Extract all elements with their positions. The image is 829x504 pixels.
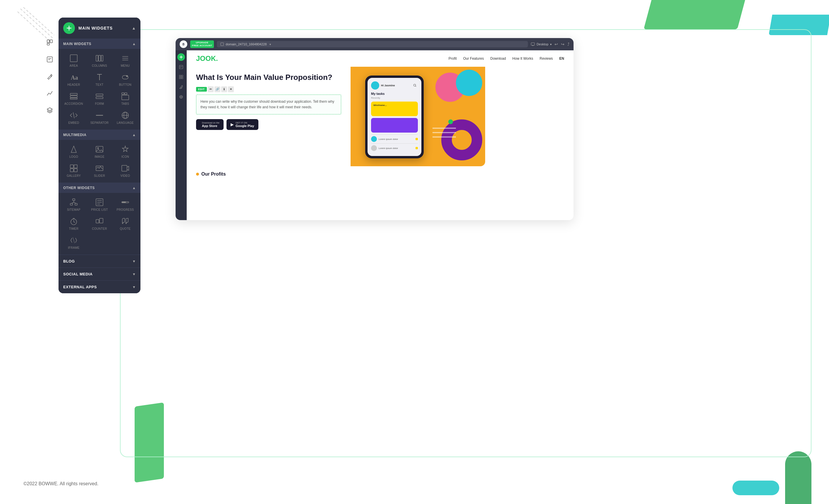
sidebar-icon-layers[interactable] <box>44 105 55 116</box>
widget-area[interactable]: AREA <box>61 51 86 70</box>
widget-counter-label: COUNTER <box>92 227 107 230</box>
sidebar-icon-pages[interactable] <box>44 37 55 48</box>
url-dropdown-icon[interactable]: ▾ <box>269 43 271 46</box>
main-widgets-header[interactable]: MAIN WIDGETS ▲ <box>59 39 140 49</box>
svg-line-51 <box>74 202 76 204</box>
svg-rect-48 <box>75 204 77 205</box>
nav-profit[interactable]: Profit <box>448 57 457 61</box>
nav-features[interactable]: Our Features <box>463 57 484 61</box>
nav-download[interactable]: Download <box>490 57 506 61</box>
widget-language[interactable]: LANGUAGE <box>112 108 138 127</box>
svg-rect-13 <box>96 55 98 61</box>
widget-header[interactable]: Aa HEADER <box>61 70 86 89</box>
widget-image[interactable]: IMAGE <box>86 142 112 161</box>
widget-gallery[interactable]: GALLERY <box>61 161 86 180</box>
nav-lang[interactable]: EN <box>559 57 564 61</box>
widget-columns[interactable]: COLUMNS <box>86 51 112 70</box>
svg-rect-45 <box>122 166 127 171</box>
widget-quote[interactable]: QUOTE <box>112 214 138 233</box>
undo-icon[interactable]: ↩ <box>554 42 558 46</box>
blog-toggle[interactable]: ▼ <box>132 259 136 263</box>
sidebar-icon-chart[interactable] <box>44 88 55 99</box>
svg-rect-12 <box>70 55 77 62</box>
widget-pricelist[interactable]: PRICE LIST <box>86 195 112 214</box>
widget-quote-label: QUOTE <box>120 227 131 230</box>
widget-sitemap[interactable]: SITEMAP <box>61 195 86 214</box>
multimedia-header[interactable]: MULTIMEDIA ▲ <box>59 130 140 140</box>
widget-slider[interactable]: SLIDER <box>86 161 112 180</box>
widget-video-label: VIDEO <box>120 174 130 177</box>
view-toggle-icon[interactable] <box>177 93 185 101</box>
svg-rect-5 <box>47 43 49 45</box>
other-widgets-toggle[interactable]: ▲ <box>132 186 136 190</box>
other-widgets-grid: SITEMAP PRICE LIST PROGRESS TIMER COUNTE… <box>59 193 140 255</box>
link-tool-btn[interactable]: 🔗 <box>215 86 220 92</box>
layout-icon[interactable] <box>177 73 185 81</box>
sidebar-collapse-btn[interactable]: ▲ <box>132 26 136 30</box>
social-media-section[interactable]: SOCIAL MEDIA ▼ <box>59 267 140 280</box>
main-widgets-toggle[interactable]: ▲ <box>132 42 136 46</box>
svg-point-23 <box>126 75 128 77</box>
widget-iframe[interactable]: IFRAME <box>61 233 86 252</box>
widget-tabs[interactable]: TABS <box>112 89 138 108</box>
widget-text[interactable]: TEXT <box>86 70 112 89</box>
sidebar-icon-pen[interactable] <box>44 71 55 82</box>
pen-tool-icon[interactable] <box>177 83 185 91</box>
widget-embed[interactable]: EMBED <box>61 108 86 127</box>
redo-icon[interactable]: ↪ <box>561 42 565 46</box>
add-widget-button[interactable] <box>63 22 75 34</box>
sidebar-icon-edit[interactable] <box>44 54 55 65</box>
share-icon[interactable]: ⤴ <box>567 42 570 46</box>
widget-sitemap-label: SITEMAP <box>67 208 80 211</box>
widget-progress[interactable]: PROGRESS <box>112 195 138 214</box>
playstore-btn[interactable]: ▶ GET IT ON Google Play <box>226 119 258 130</box>
add-section-btn[interactable] <box>177 53 185 61</box>
svg-rect-24 <box>70 94 77 95</box>
phone-screen: Hi Jasmine My tasks Recently Wireframe..… <box>367 78 421 156</box>
phone-search-icon[interactable] <box>412 82 418 88</box>
widget-menu[interactable]: MENU <box>112 51 138 70</box>
external-apps-section[interactable]: EXTERNAL APPS ▼ <box>59 280 140 293</box>
multimedia-label: MULTIMEDIA <box>63 133 86 137</box>
upgrade-badge[interactable]: UPGRADE FREE ACCOUNT <box>190 40 214 48</box>
widget-image-label: IMAGE <box>95 155 105 158</box>
svg-rect-76 <box>179 77 181 79</box>
widget-tabs-label: TABS <box>121 102 129 105</box>
widget-video[interactable]: VIDEO <box>112 161 138 180</box>
info-tool-btn[interactable]: ℹ <box>221 86 227 92</box>
widget-icon[interactable]: ICON <box>112 142 138 161</box>
widget-timer[interactable]: TIMER <box>61 214 86 233</box>
url-bar[interactable]: domain_24710_1664804228 ▾ <box>217 41 528 47</box>
edit-toolbar: EDIT ✏ 🔗 ℹ ✕ <box>196 86 341 92</box>
phone-mockup: Hi Jasmine My tasks Recently Wireframe..… <box>365 75 424 158</box>
external-apps-label: EXTERNAL APPS <box>63 285 97 289</box>
svg-line-60 <box>74 222 75 222</box>
device-selector[interactable]: Desktop ▾ <box>531 42 551 46</box>
svg-rect-27 <box>96 94 103 96</box>
svg-rect-46 <box>73 199 75 201</box>
hero-text-box[interactable]: Here you can write why the customer shou… <box>196 95 341 114</box>
svg-rect-57 <box>122 202 126 203</box>
widget-logo[interactable]: LOGO <box>61 142 86 161</box>
nav-reviews[interactable]: Reviews <box>540 57 553 61</box>
widget-separator[interactable]: SEPARATOR <box>86 108 112 127</box>
social-media-toggle[interactable]: ▼ <box>132 272 136 276</box>
other-widgets-header[interactable]: OTHER WIDGETS ▲ <box>59 183 140 193</box>
browser-actions: ↩ ↪ ⤴ <box>554 42 570 46</box>
close-tool-btn[interactable]: ✕ <box>228 86 234 92</box>
edit-btn[interactable]: EDIT <box>196 87 207 92</box>
widget-counter[interactable]: COUNTER <box>86 214 112 233</box>
blog-section[interactable]: BLOG ▼ <box>59 255 140 267</box>
task-square-1 <box>416 138 418 140</box>
svg-rect-47 <box>70 204 73 205</box>
multimedia-toggle[interactable]: ▲ <box>132 133 136 137</box>
widget-form[interactable]: FORM <box>86 89 112 108</box>
svg-marker-9 <box>47 108 52 111</box>
pencil-tool-btn[interactable]: ✏ <box>208 86 214 92</box>
widget-accordion[interactable]: ACCORDION <box>61 89 86 108</box>
nav-how[interactable]: How It Works <box>512 57 533 61</box>
external-apps-toggle[interactable]: ▼ <box>132 285 136 289</box>
widget-button[interactable]: BUTTON <box>112 70 138 89</box>
appstore-btn[interactable]: Download on the App Store <box>196 119 223 130</box>
page-settings-icon[interactable] <box>177 63 185 71</box>
